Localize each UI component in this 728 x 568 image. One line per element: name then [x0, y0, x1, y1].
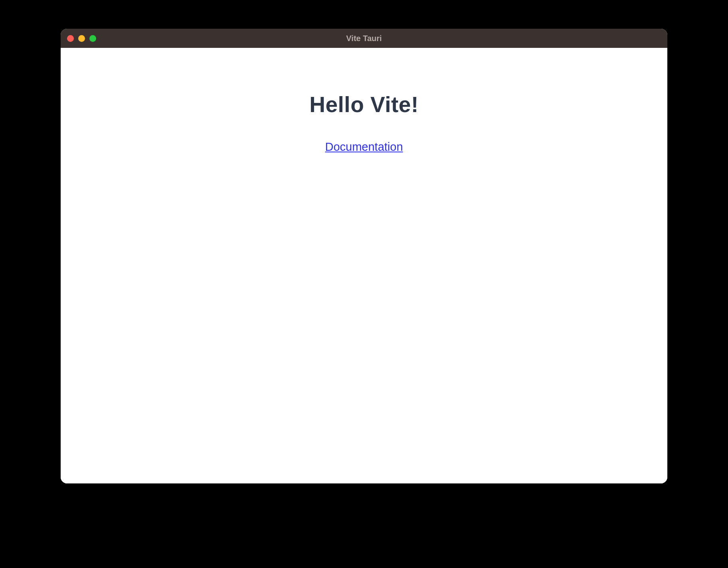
window-title: Vite Tauri [346, 34, 382, 43]
app-window: Vite Tauri Hello Vite! Documentation [61, 29, 667, 483]
titlebar: Vite Tauri [61, 29, 667, 48]
documentation-link[interactable]: Documentation [325, 140, 403, 153]
page-heading: Hello Vite! [309, 92, 418, 117]
content-area: Hello Vite! Documentation [61, 48, 667, 483]
traffic-lights [61, 35, 96, 42]
link-wrapper: Documentation [325, 140, 403, 154]
close-icon[interactable] [67, 35, 74, 42]
maximize-icon[interactable] [89, 35, 96, 42]
minimize-icon[interactable] [78, 35, 85, 42]
